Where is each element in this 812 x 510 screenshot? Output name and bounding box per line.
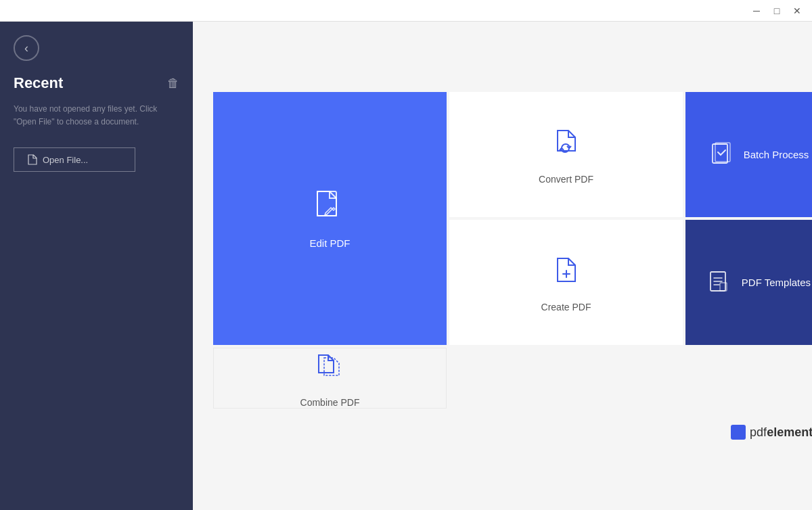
- sidebar: ‹ Recent 🗑 You have not opened any files…: [0, 22, 193, 510]
- combine-pdf-tile[interactable]: Combine PDF: [213, 348, 447, 409]
- convert-pdf-tile[interactable]: Convert PDF: [449, 92, 683, 217]
- trash-icon[interactable]: 🗑: [167, 76, 179, 91]
- batch-process-label: Batch Process: [744, 149, 809, 160]
- brand-pdf: pdf: [750, 425, 767, 439]
- sidebar-header: Recent 🗑: [14, 74, 179, 92]
- brand-square-icon: [731, 425, 746, 440]
- combine-pdf-icon: [312, 348, 348, 388]
- create-pdf-icon: [548, 253, 585, 292]
- edit-pdf-label: Edit PDF: [309, 237, 350, 249]
- open-file-label: Open File...: [43, 155, 88, 165]
- pdf-templates-tile[interactable]: PDF Templates: [685, 220, 812, 345]
- sidebar-empty-text: You have not opened any files yet. Click…: [14, 103, 179, 129]
- batch-process-tile[interactable]: Batch Process: [685, 92, 812, 217]
- convert-pdf-label: Convert PDF: [539, 174, 593, 185]
- maximize-button[interactable]: □: [767, 4, 786, 18]
- back-button[interactable]: ‹: [14, 35, 39, 61]
- sidebar-title: Recent: [14, 74, 63, 92]
- convert-pdf-icon: [548, 125, 585, 164]
- brand-logo: pdfelementPRO: [731, 425, 812, 440]
- batch-icon: [711, 141, 736, 168]
- branding: pdfelementPRO: [215, 425, 812, 440]
- create-pdf-tile[interactable]: Create PDF: [449, 220, 683, 345]
- templates-icon: [709, 269, 734, 296]
- main-layout: ‹ Recent 🗑 You have not opened any files…: [0, 22, 812, 510]
- title-bar: ─ □ ✕: [0, 0, 812, 22]
- open-file-button[interactable]: Open File...: [14, 147, 135, 172]
- combine-pdf-label: Combine PDF: [300, 397, 360, 408]
- edit-pdf-icon: [312, 189, 348, 228]
- file-icon: [28, 154, 37, 165]
- brand-text: pdfelementPRO: [750, 425, 812, 440]
- edit-pdf-tile[interactable]: Edit PDF: [213, 92, 447, 345]
- close-button[interactable]: ✕: [788, 4, 807, 18]
- brand-element: element: [767, 425, 812, 439]
- create-pdf-label: Create PDF: [541, 302, 591, 312]
- content-area: Edit PDF Convert PDF: [193, 22, 812, 510]
- minimize-button[interactable]: ─: [747, 4, 766, 18]
- pdf-templates-label: PDF Templates: [742, 277, 811, 288]
- tiles-grid: Edit PDF Convert PDF: [213, 92, 812, 409]
